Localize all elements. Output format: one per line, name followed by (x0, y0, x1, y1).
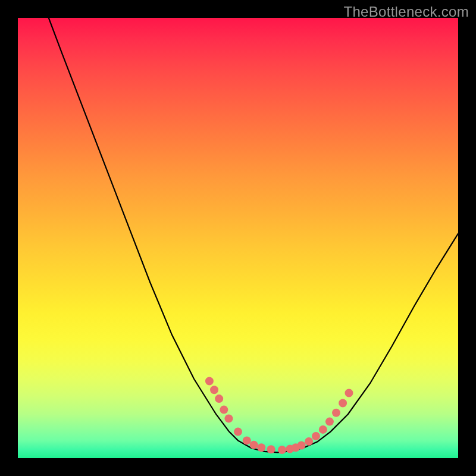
chart-container: TheBottleneck.com (0, 0, 476, 476)
watermark-text: TheBottleneck.com (343, 4, 469, 20)
plot-gradient-background (18, 18, 458, 458)
